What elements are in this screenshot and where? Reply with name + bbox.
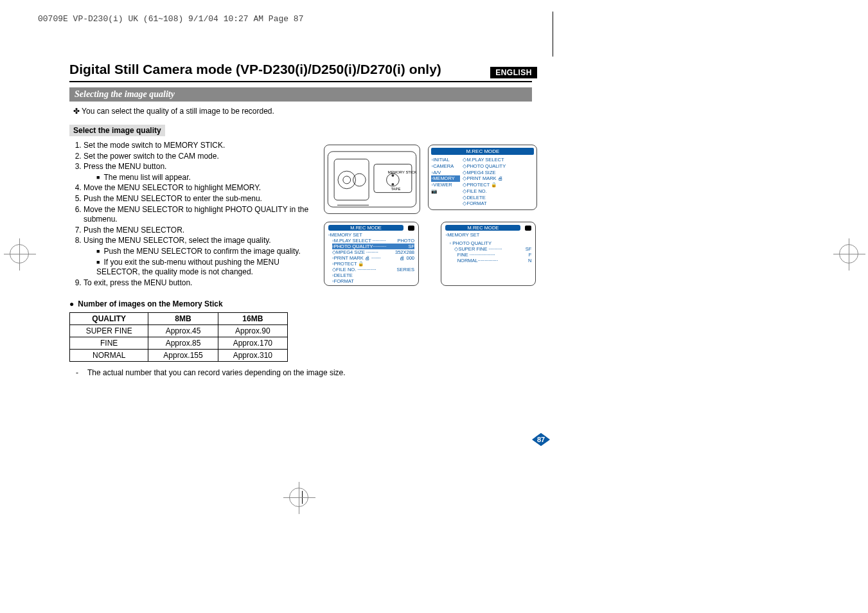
- osd1-left-3: ▫A/V: [431, 170, 460, 176]
- osd3-title: M.REC MODE: [445, 225, 520, 231]
- crop-mark-top: [553, 12, 553, 57]
- camera-illustration: MEMORY STICK TAPE: [324, 145, 420, 214]
- osd2-row8: ▫FORMAT: [332, 278, 414, 284]
- osd-panel-2: M.REC MODE ▫MEMORY SET ▫M.PLAY SELECT ··…: [324, 222, 419, 286]
- registration-mark-left: [3, 238, 35, 270]
- cell-r1c2: Approx.45: [148, 325, 218, 337]
- osd1-right-1: ◇M.PLAY SELECT: [463, 157, 506, 163]
- step-8-text: Using the MENU SELECTOR, select the imag…: [84, 236, 271, 245]
- card-icon-2: [525, 226, 531, 231]
- osd3-subtitle: ▫MEMORY SET: [445, 232, 531, 238]
- cell-r3c3: Approx.310: [218, 350, 287, 362]
- th-16mb: 16MB: [218, 313, 287, 325]
- osd3-row2: FINE ···················F: [454, 252, 531, 258]
- cell-r3c2: Approx.155: [148, 350, 218, 362]
- cell-r2c3: Approx.170: [218, 337, 287, 350]
- osd1-right-8: ◇FORMAT: [463, 200, 506, 207]
- svg-point-7: [391, 174, 394, 177]
- osd1-right-6: ◇FILE NO.: [463, 188, 506, 195]
- registration-mark-right: [833, 238, 865, 270]
- osd1-right-5: ◇PROTECT 🔒: [463, 182, 506, 188]
- cell-r2c2: Approx.85: [148, 337, 218, 350]
- page-number: 87: [532, 433, 550, 446]
- document-title: Digital Still Camera mode (VP-D230(i)/D2…: [69, 62, 532, 82]
- svg-point-3: [353, 173, 366, 186]
- intro-text: ✤ You can select the quality of a still …: [73, 107, 551, 116]
- svg-rect-1: [334, 159, 369, 200]
- osd2-title: M.REC MODE: [328, 225, 403, 231]
- osd1-camera-icon: 📷: [431, 188, 460, 195]
- osd2-row4: ▫PRINT MARK 🖨 ·······🖨 000: [332, 255, 414, 261]
- osd2-row2-highlight: ▫PHOTO QUALITY··········SF: [332, 244, 414, 249]
- svg-point-8: [391, 183, 394, 186]
- svg-point-4: [343, 176, 351, 184]
- osd1-left-2: ▫CAMERA: [431, 163, 460, 170]
- table-caption: Number of images on the Memory Stick: [69, 299, 551, 308]
- osd1-right-3: ◇MPEG4 SIZE: [463, 170, 506, 176]
- svg-text:MEMORY STICK: MEMORY STICK: [388, 170, 417, 174]
- cell-r1c1: SUPER FINE: [70, 325, 148, 337]
- osd1-right-7: ◇DELETE: [463, 195, 506, 201]
- osd2-row7: ▫DELETE: [332, 272, 414, 278]
- cell-r3c1: NORMAL: [70, 350, 148, 362]
- step-8b: If you exit the sub-menu without pushing…: [96, 258, 302, 278]
- th-8mb: 8MB: [148, 313, 218, 325]
- osd1-left-4-highlight: ▫MEMORY: [431, 175, 460, 182]
- osd2-row1: ▫M.PLAY SELECT ··········PHOTO: [332, 238, 414, 244]
- footnote: The actual number that you can record va…: [76, 368, 551, 377]
- file-header: 00709E VP-D230(i) UK (61~108) 9/1/04 10:…: [35, 13, 306, 25]
- osd3-row3: NORMAL···············N: [454, 258, 531, 263]
- osd3-row1: ◇SUPER FINE ··········SF: [454, 246, 531, 252]
- figures-area: MEMORY STICK TAPE M.REC MODE ▫INITIAL ▫C…: [324, 145, 555, 286]
- quality-table: QUALITY 8MB 16MB SUPER FINE Approx.45 Ap…: [69, 312, 288, 362]
- osd1-right-2: ◇PHOTO QUALITY: [463, 163, 506, 170]
- section-banner: Selecting the image quality: [69, 87, 532, 102]
- step-6: Move the MENU SELECTOR to highlight PHOT…: [84, 205, 328, 225]
- osd1-left-1: ▫INITIAL: [431, 157, 460, 163]
- th-quality: QUALITY: [70, 313, 148, 325]
- osd3-heading: ▫ PHOTO QUALITY: [449, 240, 531, 246]
- step-3-text: Press the MENU button.: [84, 162, 166, 171]
- osd1-left-5: ▫VIEWER: [431, 182, 460, 188]
- osd2-subtitle: ▫MEMORY SET: [328, 232, 414, 238]
- osd-panel-3: M.REC MODE ▫MEMORY SET ▫ PHOTO QUALITY ◇…: [441, 222, 536, 286]
- osd-panel-1: M.REC MODE ▫INITIAL ▫CAMERA ▫A/V ▫MEMORY…: [428, 145, 537, 210]
- osd2-row5: ▫PROTECT 🔒: [332, 261, 414, 267]
- osd1-title: M.REC MODE: [431, 148, 534, 155]
- osd2-row6: ◇FILE NO. ··············SERIES: [332, 267, 414, 272]
- sub-heading: Select the image quality: [69, 125, 165, 136]
- svg-text:TAPE: TAPE: [391, 187, 400, 191]
- registration-mark-bottom: [283, 481, 315, 513]
- cell-r1c3: Approx.90: [218, 325, 287, 337]
- card-icon: [408, 226, 414, 231]
- osd1-right-4: ◇PRINT MARK 🖨: [463, 175, 506, 182]
- cell-r2c1: FINE: [70, 337, 148, 350]
- svg-rect-0: [328, 152, 416, 207]
- osd2-row3: ◇MPEG4 SIZE ·········352X288: [332, 249, 414, 255]
